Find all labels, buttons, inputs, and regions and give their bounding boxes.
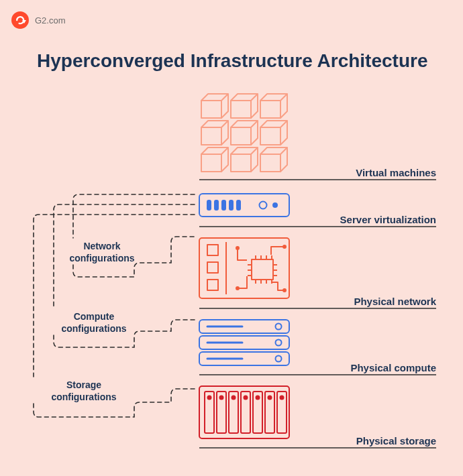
svg-point-66: [280, 396, 284, 400]
svg-rect-4: [260, 101, 280, 118]
svg-rect-52: [199, 386, 289, 438]
diagram-canvas: G2.com Hyperconverged Infrastructure Arc…: [0, 0, 463, 476]
net-config-arc-top: [73, 194, 195, 238]
svg-rect-28: [252, 259, 273, 280]
svg-point-48: [276, 340, 282, 346]
svg-rect-8: [201, 154, 221, 172]
virtual-machines-label: Virtual machines: [356, 167, 436, 178]
svg-text:Network: Network: [83, 241, 120, 251]
svg-point-27: [283, 289, 286, 292]
svg-rect-5: [201, 127, 221, 145]
svg-rect-20: [207, 245, 218, 255]
svg-rect-7: [260, 127, 280, 145]
svg-point-54: [208, 396, 211, 400]
config-label-network: Network configurations: [69, 241, 134, 263]
svg-point-18: [273, 203, 277, 207]
svg-point-60: [244, 396, 248, 400]
svg-rect-16: [237, 200, 240, 210]
svg-point-58: [232, 396, 236, 400]
svg-rect-3: [231, 101, 251, 118]
svg-rect-22: [207, 280, 218, 290]
svg-text:configurations: configurations: [51, 392, 116, 402]
physical-storage-icon: [199, 386, 289, 438]
virtual-machines-icon: [201, 94, 287, 172]
svg-rect-13: [215, 200, 218, 210]
svg-point-0: [11, 11, 29, 29]
page-title: Hyperconverged Infrastructure Architectu…: [37, 50, 427, 71]
svg-point-26: [283, 245, 286, 248]
svg-point-64: [268, 396, 272, 400]
brand-name: G2.com: [35, 15, 66, 25]
server-virtualization-label: Server virtualization: [340, 214, 436, 225]
svg-rect-9: [231, 154, 251, 172]
svg-point-56: [220, 396, 223, 400]
svg-point-62: [256, 396, 260, 400]
svg-rect-10: [260, 154, 280, 172]
svg-rect-6: [231, 127, 251, 145]
config-connectors: [34, 194, 195, 417]
svg-text:Storage: Storage: [66, 379, 101, 390]
physical-network-label: Physical network: [354, 296, 436, 307]
storage-config-arc-top: [34, 215, 195, 377]
svg-text:configurations: configurations: [69, 253, 134, 263]
svg-point-45: [276, 324, 282, 330]
svg-rect-12: [207, 200, 211, 210]
physical-network-icon: [199, 238, 289, 298]
svg-point-51: [276, 356, 282, 362]
config-label-compute: Compute configurations: [61, 311, 126, 334]
server-virtualization-icon: [199, 194, 289, 217]
physical-compute-label: Physical compute: [350, 362, 436, 373]
svg-rect-14: [222, 200, 225, 210]
physical-storage-label: Physical storage: [356, 435, 436, 447]
svg-point-17: [260, 202, 267, 209]
svg-rect-15: [229, 200, 233, 210]
svg-text:Compute: Compute: [74, 311, 115, 322]
physical-compute-icon: [199, 320, 289, 365]
brand-logo: [11, 11, 29, 29]
svg-rect-21: [207, 262, 218, 273]
svg-text:configurations: configurations: [61, 323, 126, 334]
config-label-storage: Storage configurations: [51, 379, 116, 402]
svg-rect-2: [201, 101, 221, 118]
